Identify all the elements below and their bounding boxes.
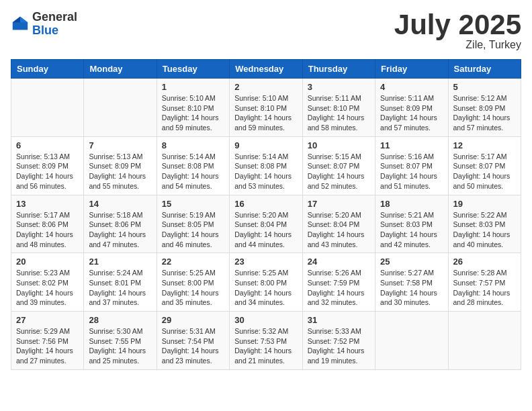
day-info: Sunrise: 5:15 AM Sunset: 8:07 PM Dayligh… — [308, 152, 370, 191]
day-info: Sunrise: 5:19 AM Sunset: 8:05 PM Dayligh… — [162, 210, 224, 250]
calendar-cell: 28Sunrise: 5:30 AM Sunset: 7:55 PM Dayli… — [84, 312, 157, 370]
calendar-cell: 8Sunrise: 5:14 AM Sunset: 8:08 PM Daylig… — [157, 136, 229, 195]
logo: General Blue — [11, 11, 77, 38]
day-number: 30 — [234, 315, 297, 325]
calendar-cell: 22Sunrise: 5:25 AM Sunset: 8:00 PM Dayli… — [157, 253, 229, 312]
title-block: July 2025 Zile, Turkey — [394, 11, 521, 51]
calendar-cell: 29Sunrise: 5:31 AM Sunset: 7:54 PM Dayli… — [157, 312, 229, 370]
day-number: 27 — [16, 315, 79, 325]
day-of-week-header: Tuesday — [157, 60, 229, 79]
calendar-cell: 2Sunrise: 5:10 AM Sunset: 8:10 PM Daylig… — [230, 79, 302, 137]
day-of-week-header: Wednesday — [230, 60, 302, 79]
day-number: 23 — [234, 257, 297, 267]
day-info: Sunrise: 5:10 AM Sunset: 8:10 PM Dayligh… — [234, 93, 297, 133]
day-info: Sunrise: 5:21 AM Sunset: 8:03 PM Dayligh… — [380, 210, 443, 250]
day-number: 1 — [162, 82, 224, 92]
location-subtitle: Zile, Turkey — [394, 39, 521, 51]
day-number: 13 — [16, 199, 79, 209]
day-info: Sunrise: 5:17 AM Sunset: 8:06 PM Dayligh… — [16, 210, 79, 250]
day-info: Sunrise: 5:16 AM Sunset: 8:07 PM Dayligh… — [380, 152, 443, 191]
page-header: General Blue July 2025 Zile, Turkey — [11, 11, 521, 51]
day-number: 4 — [380, 82, 443, 92]
calendar-cell: 25Sunrise: 5:27 AM Sunset: 7:58 PM Dayli… — [375, 253, 448, 312]
logo-text: General Blue — [32, 11, 77, 38]
day-of-week-header: Monday — [84, 60, 157, 79]
calendar-week-row: 6Sunrise: 5:13 AM Sunset: 8:09 PM Daylig… — [11, 136, 521, 195]
day-number: 28 — [89, 315, 151, 325]
calendar-cell: 24Sunrise: 5:26 AM Sunset: 7:59 PM Dayli… — [302, 253, 375, 312]
day-number: 31 — [308, 315, 370, 325]
day-info: Sunrise: 5:20 AM Sunset: 8:04 PM Dayligh… — [308, 210, 370, 250]
day-info: Sunrise: 5:14 AM Sunset: 8:08 PM Dayligh… — [234, 152, 297, 191]
day-number: 12 — [453, 140, 516, 150]
calendar-week-row: 27Sunrise: 5:29 AM Sunset: 7:56 PM Dayli… — [11, 312, 521, 370]
calendar-cell — [84, 79, 157, 137]
calendar-cell — [448, 312, 521, 370]
calendar-cell: 13Sunrise: 5:17 AM Sunset: 8:06 PM Dayli… — [11, 195, 84, 253]
calendar-cell: 5Sunrise: 5:12 AM Sunset: 8:09 PM Daylig… — [448, 79, 521, 137]
calendar-cell: 23Sunrise: 5:25 AM Sunset: 8:00 PM Dayli… — [230, 253, 302, 312]
calendar-cell: 31Sunrise: 5:33 AM Sunset: 7:52 PM Dayli… — [302, 312, 375, 370]
calendar-cell: 19Sunrise: 5:22 AM Sunset: 8:03 PM Dayli… — [448, 195, 521, 253]
day-info: Sunrise: 5:26 AM Sunset: 7:59 PM Dayligh… — [308, 268, 370, 308]
day-info: Sunrise: 5:23 AM Sunset: 8:02 PM Dayligh… — [16, 268, 79, 308]
day-info: Sunrise: 5:18 AM Sunset: 8:06 PM Dayligh… — [89, 210, 151, 250]
day-info: Sunrise: 5:29 AM Sunset: 7:56 PM Dayligh… — [16, 326, 79, 366]
calendar-cell: 16Sunrise: 5:20 AM Sunset: 8:04 PM Dayli… — [230, 195, 302, 253]
logo-blue: Blue — [32, 24, 77, 38]
calendar-cell: 7Sunrise: 5:13 AM Sunset: 8:09 PM Daylig… — [84, 136, 157, 195]
calendar-cell: 20Sunrise: 5:23 AM Sunset: 8:02 PM Dayli… — [11, 253, 84, 312]
day-info: Sunrise: 5:12 AM Sunset: 8:09 PM Dayligh… — [453, 93, 516, 133]
day-number: 21 — [89, 257, 151, 267]
day-number: 9 — [234, 140, 297, 150]
day-number: 8 — [162, 140, 224, 150]
day-info: Sunrise: 5:22 AM Sunset: 8:03 PM Dayligh… — [453, 210, 516, 250]
day-number: 26 — [453, 257, 516, 267]
day-of-week-header: Thursday — [302, 60, 375, 79]
calendar-cell: 9Sunrise: 5:14 AM Sunset: 8:08 PM Daylig… — [230, 136, 302, 195]
day-info: Sunrise: 5:28 AM Sunset: 7:57 PM Dayligh… — [453, 268, 516, 308]
day-number: 14 — [89, 199, 151, 209]
day-number: 22 — [162, 257, 224, 267]
calendar-week-row: 1Sunrise: 5:10 AM Sunset: 8:10 PM Daylig… — [11, 79, 521, 137]
day-number: 11 — [380, 140, 443, 150]
calendar-cell: 12Sunrise: 5:17 AM Sunset: 8:07 PM Dayli… — [448, 136, 521, 195]
logo-general: General — [32, 11, 77, 24]
calendar-cell: 17Sunrise: 5:20 AM Sunset: 8:04 PM Dayli… — [302, 195, 375, 253]
day-number: 3 — [308, 82, 370, 92]
calendar-cell — [11, 79, 84, 137]
day-info: Sunrise: 5:30 AM Sunset: 7:55 PM Dayligh… — [89, 326, 151, 366]
day-number: 10 — [308, 140, 370, 150]
day-number: 15 — [162, 199, 224, 209]
day-info: Sunrise: 5:13 AM Sunset: 8:09 PM Dayligh… — [89, 152, 151, 191]
calendar-cell: 14Sunrise: 5:18 AM Sunset: 8:06 PM Dayli… — [84, 195, 157, 253]
calendar-cell: 15Sunrise: 5:19 AM Sunset: 8:05 PM Dayli… — [157, 195, 229, 253]
calendar-header-row: SundayMondayTuesdayWednesdayThursdayFrid… — [11, 60, 521, 79]
day-of-week-header: Saturday — [448, 60, 521, 79]
day-number: 7 — [89, 140, 151, 150]
day-info: Sunrise: 5:14 AM Sunset: 8:08 PM Dayligh… — [162, 152, 224, 191]
day-number: 5 — [453, 82, 516, 92]
day-number: 6 — [16, 140, 79, 150]
day-info: Sunrise: 5:13 AM Sunset: 8:09 PM Dayligh… — [16, 152, 79, 191]
day-info: Sunrise: 5:11 AM Sunset: 8:09 PM Dayligh… — [380, 93, 443, 133]
calendar-cell: 11Sunrise: 5:16 AM Sunset: 8:07 PM Dayli… — [375, 136, 448, 195]
day-info: Sunrise: 5:27 AM Sunset: 7:58 PM Dayligh… — [380, 268, 443, 308]
day-number: 2 — [234, 82, 297, 92]
day-info: Sunrise: 5:11 AM Sunset: 8:10 PM Dayligh… — [308, 93, 370, 133]
calendar-cell: 1Sunrise: 5:10 AM Sunset: 8:10 PM Daylig… — [157, 79, 229, 137]
day-info: Sunrise: 5:25 AM Sunset: 8:00 PM Dayligh… — [162, 268, 224, 308]
day-number: 16 — [234, 199, 297, 209]
day-number: 24 — [308, 257, 370, 267]
day-number: 19 — [453, 199, 516, 209]
calendar-cell: 21Sunrise: 5:24 AM Sunset: 8:01 PM Dayli… — [84, 253, 157, 312]
calendar-cell: 27Sunrise: 5:29 AM Sunset: 7:56 PM Dayli… — [11, 312, 84, 370]
day-info: Sunrise: 5:33 AM Sunset: 7:52 PM Dayligh… — [308, 326, 370, 366]
calendar-table: SundayMondayTuesdayWednesdayThursdayFrid… — [11, 59, 521, 370]
day-info: Sunrise: 5:20 AM Sunset: 8:04 PM Dayligh… — [234, 210, 297, 250]
day-of-week-header: Friday — [375, 60, 448, 79]
day-info: Sunrise: 5:32 AM Sunset: 7:53 PM Dayligh… — [234, 326, 297, 366]
month-title: July 2025 — [394, 11, 521, 39]
logo-icon — [11, 15, 30, 34]
calendar-cell: 6Sunrise: 5:13 AM Sunset: 8:09 PM Daylig… — [11, 136, 84, 195]
